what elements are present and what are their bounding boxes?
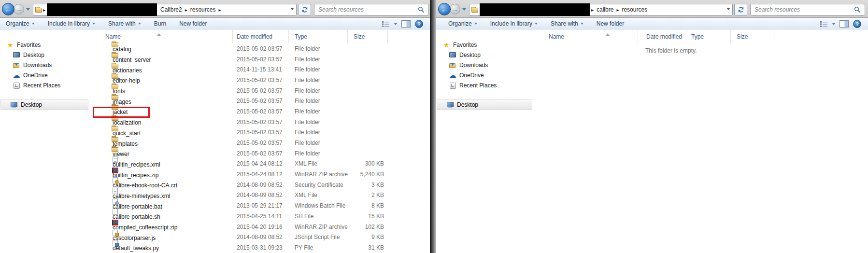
date-modified: 2015-05-02 03:57 <box>233 108 289 115</box>
file-name: builtin_recipes.xml <box>113 161 160 168</box>
file-row-builtin_recipes.zip[interactable]: builtin_recipes.zip2015-04-24 08:12WinRA… <box>89 169 430 180</box>
file-row-dictionaries[interactable]: dictionaries2014-11-15 13:41File folder <box>89 64 430 75</box>
sidebar-group-favorites[interactable]: ★Favorites <box>0 40 89 50</box>
column-header-date-modified[interactable]: Date modified <box>638 30 686 43</box>
file-row-builtin_recipes.xml[interactable]: builtin_recipes.xml2015-04-24 08:12XML F… <box>89 159 430 169</box>
address-bar[interactable]: ▸ Calibre2 ▸ resources ▸ <box>33 4 297 15</box>
folder-icon <box>112 52 119 58</box>
bat-icon <box>112 198 119 205</box>
preview-pane-icon[interactable] <box>840 20 849 28</box>
file-row-calibre-ebook-root-CA.crt[interactable]: calibre-ebook-root-CA.crt2014-08-09 08:5… <box>89 180 430 190</box>
column-header-name[interactable]: Name <box>89 30 233 43</box>
breadcrumb-separator-icon[interactable]: ▸ <box>218 7 221 13</box>
help-icon[interactable]: ? <box>853 20 861 28</box>
file-row-compiled_coffeescript.zip[interactable]: compiled_coffeescript.zip2015-04-20 19:1… <box>89 222 430 232</box>
share-with-button[interactable]: Share with <box>108 20 141 27</box>
sidebar-item-desktop[interactable]: Desktop <box>0 50 89 60</box>
file-row-content_server[interactable]: content_server2015-05-02 03:57File folde… <box>89 54 430 65</box>
date-modified: 2015-03-31 09:23 <box>233 244 289 251</box>
date-modified: 2013-05-29 21:17 <box>233 202 289 209</box>
share-with-button[interactable]: Share with <box>551 20 583 27</box>
date-modified: 2014-11-15 13:41 <box>233 66 289 73</box>
refresh-button[interactable] <box>734 4 747 15</box>
include-in-library-button[interactable]: Include in library <box>48 20 95 27</box>
sidebar-item-downloads[interactable]: Downloads <box>0 60 89 70</box>
sidebar-item-label: Downloads <box>23 62 52 69</box>
sidebar-group-label: Favorites <box>453 42 477 48</box>
file-row-catalog[interactable]: catalog2015-05-02 03:57File folder <box>89 43 430 54</box>
organize-button[interactable]: Organize <box>448 20 477 27</box>
preview-pane-icon[interactable] <box>401 20 411 28</box>
organize-button[interactable]: Organize <box>6 20 35 27</box>
breadcrumb-item-resources[interactable]: resources <box>188 6 218 13</box>
column-header-type[interactable]: Type <box>289 30 348 43</box>
file-name: compiled_coffeescript.zip <box>113 224 178 231</box>
views-icon[interactable] <box>382 21 390 27</box>
file-row-quick_start[interactable]: quick_start2015-05-02 03:57File folder <box>89 127 430 138</box>
file-row-calibre-portable.bat[interactable]: calibre-portable.bat2013-05-29 21:17Wind… <box>89 200 430 211</box>
search-box[interactable]: Search resources <box>314 4 429 15</box>
folder-icon <box>112 83 119 90</box>
tree-item-desktop[interactable]: Desktop <box>0 99 88 110</box>
navigation-bar: ← → ▸ Calibre2 ▸ resources ▸ Search reso… <box>0 0 430 18</box>
file-row-default_tweaks.py[interactable]: default_tweaks.py2015-03-31 09:23PY File… <box>89 242 430 253</box>
forward-button[interactable]: → <box>14 4 24 14</box>
file-name: default_tweaks.py <box>113 245 159 252</box>
window-content: ★FavoritesDesktopDownloads☁OneDriveRecen… <box>0 30 430 253</box>
views-dropdown-icon[interactable] <box>394 23 397 27</box>
file-row-editor-help[interactable]: editor-help2015-05-02 03:57File folder <box>89 75 430 85</box>
sidebar-item-recent-places[interactable]: Recent Places <box>436 80 533 90</box>
include-in-library-button[interactable]: Include in library <box>490 20 538 27</box>
date-modified: 2015-05-02 03:57 <box>233 56 289 63</box>
column-header-type[interactable]: Type <box>686 30 731 43</box>
help-icon[interactable]: ? <box>415 20 423 28</box>
address-bar[interactable]: ▸ calibre ▸ resources <box>469 4 733 15</box>
burn-button[interactable]: Burn <box>154 20 166 27</box>
file-row-images[interactable]: images2015-05-02 03:57File folder <box>89 96 430 106</box>
views-icon[interactable] <box>820 21 828 27</box>
window-border <box>430 0 436 253</box>
file-row-viewer[interactable]: viewer2015-05-02 03:57File folder <box>89 148 430 159</box>
back-button[interactable]: ← <box>2 3 14 15</box>
tree-item-desktop[interactable]: Desktop <box>437 99 532 110</box>
back-button[interactable]: ← <box>438 3 451 15</box>
sidebar-item-downloads[interactable]: Downloads <box>436 60 533 70</box>
refresh-button[interactable] <box>298 4 311 15</box>
column-header-size[interactable]: Size <box>731 30 773 43</box>
desktop-icon <box>446 101 454 109</box>
file-row-jacket[interactable]: jacket2015-05-02 03:57File folder <box>89 106 430 117</box>
file-row-calibre-mimetypes.xml[interactable]: calibre-mimetypes.xml2014-08-09 08:52XML… <box>89 190 430 201</box>
recent-pages-dropdown-icon[interactable] <box>26 8 30 13</box>
file-size: 3 KB <box>348 182 388 188</box>
downloads-icon <box>13 61 20 69</box>
new-folder-button[interactable]: New folder <box>597 20 624 27</box>
sidebar-item-onedrive[interactable]: ☁OneDrive <box>0 70 89 80</box>
sidebar-item-desktop[interactable]: Desktop <box>436 50 533 60</box>
file-row-csscolorparser.js[interactable]: csscolorparser.js2014-08-09 08:52JScript… <box>89 232 430 242</box>
views-dropdown-icon[interactable] <box>832 23 835 27</box>
column-header-date-modified[interactable]: Date modified <box>233 30 289 43</box>
breadcrumb-item-resources[interactable]: resources <box>619 6 650 13</box>
sidebar-group-favorites[interactable]: ★Favorites <box>436 40 533 50</box>
forward-button[interactable]: → <box>450 4 460 14</box>
address-dropdown-icon[interactable] <box>290 8 294 12</box>
new-folder-button[interactable]: New folder <box>179 20 207 27</box>
file-row-templates[interactable]: templates2015-05-02 03:57File folder <box>89 138 430 148</box>
back-arrow-icon: ← <box>441 5 448 14</box>
file-size: 31 KB <box>348 244 388 251</box>
column-headers: Name Date modified Type Size <box>89 30 430 43</box>
column-header-size[interactable]: Size <box>348 30 388 43</box>
date-modified: 2015-05-02 03:57 <box>233 150 289 157</box>
folder-icon <box>112 62 119 69</box>
address-dropdown-icon[interactable] <box>726 8 730 12</box>
sidebar-item-onedrive[interactable]: ☁OneDrive <box>436 70 533 80</box>
search-box[interactable]: Search resources <box>750 4 865 15</box>
breadcrumb-item-calibre2[interactable]: Calibre2 <box>158 6 185 13</box>
file-row-localization[interactable]: localization2015-05-02 03:57File folder <box>89 117 430 127</box>
recent-pages-dropdown-icon[interactable] <box>462 8 466 13</box>
sidebar-item-recent-places[interactable]: Recent Places <box>0 80 89 90</box>
column-header-name[interactable]: Name <box>533 30 638 43</box>
file-row-calibre-portable.sh[interactable]: calibre-portable.sh2015-04-25 14:11SH Fi… <box>89 211 430 222</box>
file-row-fonts[interactable]: fonts2015-05-02 03:57File folder <box>89 85 430 96</box>
breadcrumb-item-calibre[interactable]: calibre <box>594 6 616 13</box>
